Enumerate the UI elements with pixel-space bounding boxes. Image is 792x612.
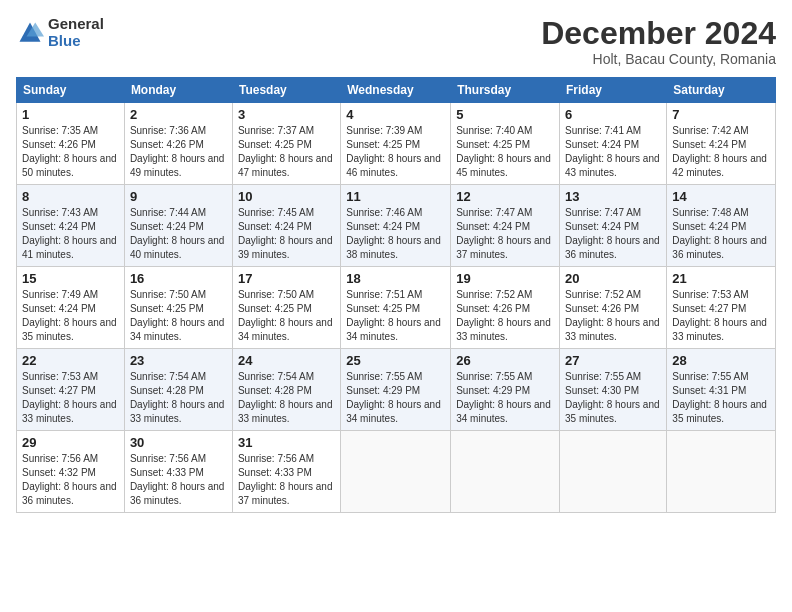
- logo: General Blue: [16, 16, 104, 49]
- logo-blue: Blue: [48, 33, 104, 50]
- day-number: 31: [238, 435, 335, 450]
- header: General Blue December 2024 Holt, Bacau C…: [16, 16, 776, 67]
- calendar-table: Sunday Monday Tuesday Wednesday Thursday…: [16, 77, 776, 513]
- day-number: 20: [565, 271, 661, 286]
- table-row: 9 Sunrise: 7:44 AMSunset: 4:24 PMDayligh…: [124, 185, 232, 267]
- day-number: 3: [238, 107, 335, 122]
- table-row: 15 Sunrise: 7:49 AMSunset: 4:24 PMDaylig…: [17, 267, 125, 349]
- day-info: Sunrise: 7:44 AMSunset: 4:24 PMDaylight:…: [130, 206, 227, 262]
- day-info: Sunrise: 7:55 AMSunset: 4:30 PMDaylight:…: [565, 370, 661, 426]
- table-row: 10 Sunrise: 7:45 AMSunset: 4:24 PMDaylig…: [232, 185, 340, 267]
- day-info: Sunrise: 7:41 AMSunset: 4:24 PMDaylight:…: [565, 124, 661, 180]
- day-number: 2: [130, 107, 227, 122]
- day-number: 6: [565, 107, 661, 122]
- table-row: 7 Sunrise: 7:42 AMSunset: 4:24 PMDayligh…: [667, 103, 776, 185]
- calendar-row: 29 Sunrise: 7:56 AMSunset: 4:32 PMDaylig…: [17, 431, 776, 513]
- table-row: 21 Sunrise: 7:53 AMSunset: 4:27 PMDaylig…: [667, 267, 776, 349]
- month-title: December 2024: [541, 16, 776, 51]
- logo-general: General: [48, 16, 104, 33]
- day-number: 8: [22, 189, 119, 204]
- day-number: 4: [346, 107, 445, 122]
- day-number: 25: [346, 353, 445, 368]
- col-thursday: Thursday: [451, 78, 560, 103]
- day-number: 11: [346, 189, 445, 204]
- day-number: 1: [22, 107, 119, 122]
- day-number: 7: [672, 107, 770, 122]
- calendar-row: 15 Sunrise: 7:49 AMSunset: 4:24 PMDaylig…: [17, 267, 776, 349]
- day-info: Sunrise: 7:40 AMSunset: 4:25 PMDaylight:…: [456, 124, 554, 180]
- table-row: 29 Sunrise: 7:56 AMSunset: 4:32 PMDaylig…: [17, 431, 125, 513]
- day-info: Sunrise: 7:53 AMSunset: 4:27 PMDaylight:…: [22, 370, 119, 426]
- day-info: Sunrise: 7:47 AMSunset: 4:24 PMDaylight:…: [456, 206, 554, 262]
- table-row: [451, 431, 560, 513]
- table-row: 28 Sunrise: 7:55 AMSunset: 4:31 PMDaylig…: [667, 349, 776, 431]
- table-row: 24 Sunrise: 7:54 AMSunset: 4:28 PMDaylig…: [232, 349, 340, 431]
- header-row: Sunday Monday Tuesday Wednesday Thursday…: [17, 78, 776, 103]
- day-number: 30: [130, 435, 227, 450]
- table-row: 26 Sunrise: 7:55 AMSunset: 4:29 PMDaylig…: [451, 349, 560, 431]
- day-number: 14: [672, 189, 770, 204]
- col-wednesday: Wednesday: [341, 78, 451, 103]
- day-info: Sunrise: 7:51 AMSunset: 4:25 PMDaylight:…: [346, 288, 445, 344]
- day-number: 18: [346, 271, 445, 286]
- table-row: 22 Sunrise: 7:53 AMSunset: 4:27 PMDaylig…: [17, 349, 125, 431]
- day-info: Sunrise: 7:50 AMSunset: 4:25 PMDaylight:…: [130, 288, 227, 344]
- day-info: Sunrise: 7:45 AMSunset: 4:24 PMDaylight:…: [238, 206, 335, 262]
- table-row: [667, 431, 776, 513]
- logo-text: General Blue: [48, 16, 104, 49]
- table-row: [341, 431, 451, 513]
- table-row: 5 Sunrise: 7:40 AMSunset: 4:25 PMDayligh…: [451, 103, 560, 185]
- day-info: Sunrise: 7:46 AMSunset: 4:24 PMDaylight:…: [346, 206, 445, 262]
- calendar-row: 8 Sunrise: 7:43 AMSunset: 4:24 PMDayligh…: [17, 185, 776, 267]
- table-row: 16 Sunrise: 7:50 AMSunset: 4:25 PMDaylig…: [124, 267, 232, 349]
- table-row: 31 Sunrise: 7:56 AMSunset: 4:33 PMDaylig…: [232, 431, 340, 513]
- table-row: 3 Sunrise: 7:37 AMSunset: 4:25 PMDayligh…: [232, 103, 340, 185]
- day-info: Sunrise: 7:42 AMSunset: 4:24 PMDaylight:…: [672, 124, 770, 180]
- day-info: Sunrise: 7:43 AMSunset: 4:24 PMDaylight:…: [22, 206, 119, 262]
- day-info: Sunrise: 7:47 AMSunset: 4:24 PMDaylight:…: [565, 206, 661, 262]
- table-row: 4 Sunrise: 7:39 AMSunset: 4:25 PMDayligh…: [341, 103, 451, 185]
- day-number: 29: [22, 435, 119, 450]
- calendar-row: 22 Sunrise: 7:53 AMSunset: 4:27 PMDaylig…: [17, 349, 776, 431]
- day-number: 26: [456, 353, 554, 368]
- day-info: Sunrise: 7:35 AMSunset: 4:26 PMDaylight:…: [22, 124, 119, 180]
- day-number: 27: [565, 353, 661, 368]
- day-info: Sunrise: 7:54 AMSunset: 4:28 PMDaylight:…: [238, 370, 335, 426]
- table-row: 25 Sunrise: 7:55 AMSunset: 4:29 PMDaylig…: [341, 349, 451, 431]
- day-info: Sunrise: 7:52 AMSunset: 4:26 PMDaylight:…: [565, 288, 661, 344]
- table-row: [560, 431, 667, 513]
- day-info: Sunrise: 7:55 AMSunset: 4:31 PMDaylight:…: [672, 370, 770, 426]
- day-number: 12: [456, 189, 554, 204]
- day-number: 10: [238, 189, 335, 204]
- day-info: Sunrise: 7:39 AMSunset: 4:25 PMDaylight:…: [346, 124, 445, 180]
- title-section: December 2024 Holt, Bacau County, Romani…: [541, 16, 776, 67]
- table-row: 6 Sunrise: 7:41 AMSunset: 4:24 PMDayligh…: [560, 103, 667, 185]
- day-number: 28: [672, 353, 770, 368]
- table-row: 13 Sunrise: 7:47 AMSunset: 4:24 PMDaylig…: [560, 185, 667, 267]
- table-row: 1 Sunrise: 7:35 AMSunset: 4:26 PMDayligh…: [17, 103, 125, 185]
- table-row: 23 Sunrise: 7:54 AMSunset: 4:28 PMDaylig…: [124, 349, 232, 431]
- day-info: Sunrise: 7:36 AMSunset: 4:26 PMDaylight:…: [130, 124, 227, 180]
- day-info: Sunrise: 7:37 AMSunset: 4:25 PMDaylight:…: [238, 124, 335, 180]
- day-info: Sunrise: 7:56 AMSunset: 4:33 PMDaylight:…: [130, 452, 227, 508]
- table-row: 20 Sunrise: 7:52 AMSunset: 4:26 PMDaylig…: [560, 267, 667, 349]
- col-friday: Friday: [560, 78, 667, 103]
- col-saturday: Saturday: [667, 78, 776, 103]
- day-info: Sunrise: 7:49 AMSunset: 4:24 PMDaylight:…: [22, 288, 119, 344]
- day-info: Sunrise: 7:56 AMSunset: 4:32 PMDaylight:…: [22, 452, 119, 508]
- day-number: 24: [238, 353, 335, 368]
- calendar-page: General Blue December 2024 Holt, Bacau C…: [0, 0, 792, 612]
- day-number: 15: [22, 271, 119, 286]
- day-number: 5: [456, 107, 554, 122]
- day-info: Sunrise: 7:55 AMSunset: 4:29 PMDaylight:…: [346, 370, 445, 426]
- col-monday: Monday: [124, 78, 232, 103]
- day-number: 9: [130, 189, 227, 204]
- day-number: 21: [672, 271, 770, 286]
- day-info: Sunrise: 7:55 AMSunset: 4:29 PMDaylight:…: [456, 370, 554, 426]
- day-info: Sunrise: 7:56 AMSunset: 4:33 PMDaylight:…: [238, 452, 335, 508]
- table-row: 17 Sunrise: 7:50 AMSunset: 4:25 PMDaylig…: [232, 267, 340, 349]
- table-row: 18 Sunrise: 7:51 AMSunset: 4:25 PMDaylig…: [341, 267, 451, 349]
- day-number: 23: [130, 353, 227, 368]
- col-tuesday: Tuesday: [232, 78, 340, 103]
- day-info: Sunrise: 7:50 AMSunset: 4:25 PMDaylight:…: [238, 288, 335, 344]
